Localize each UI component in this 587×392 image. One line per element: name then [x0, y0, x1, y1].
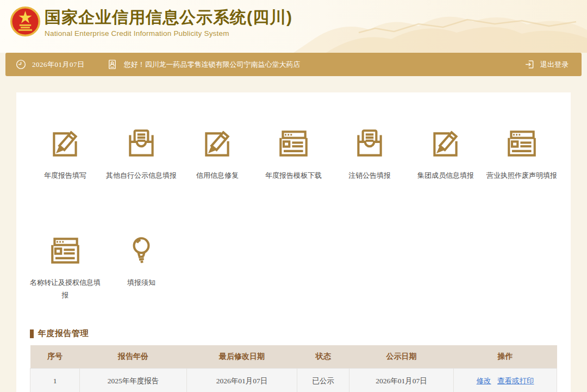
menu-label: 年度报告填写 [44, 170, 86, 182]
logout-button[interactable]: 退出登录 [524, 59, 582, 70]
menu-row-1: 年度报告填写 其他自行公示信息填报 信用信息修复 年度报告模板下载 注销公告填报… [16, 126, 571, 182]
menu-label: 集团成员信息填报 [417, 170, 474, 182]
inbox-icon [123, 126, 159, 162]
cell-modified-date: 2026年01月07日 [186, 369, 297, 392]
menu-item-filing-instructions[interactable]: 填报须知 [103, 233, 179, 289]
menu-label: 其他自行公示信息填报 [106, 170, 177, 182]
menu-item-annual-report-fill[interactable]: 年度报告填写 [27, 126, 103, 182]
col-header-status: 状态 [297, 345, 349, 369]
modify-link[interactable]: 修改 [477, 377, 491, 385]
col-header-published: 公示日期 [349, 345, 454, 369]
menu-row-2: 名称转让及授权信息填报 填报须知 [16, 233, 571, 302]
browser-icon [504, 126, 540, 162]
edit-icon [428, 126, 464, 162]
menu-item-deregistration-announcement[interactable]: 注销公告填报 [332, 126, 408, 182]
cell-report-year: 2025年年度报告 [80, 369, 187, 392]
cell-published-date: 2026年01月07日 [349, 369, 454, 392]
menu-item-credit-repair[interactable]: 信用信息修复 [179, 126, 255, 182]
clock-icon [15, 59, 27, 70]
menu-label: 填报须知 [127, 277, 155, 289]
menu-item-report-template-download[interactable]: 年度报告模板下载 [255, 126, 332, 182]
page: { "header": { "title": "国家企业信用信息公示系统(四川)… [0, 0, 587, 392]
user-id-icon [107, 59, 118, 70]
menu-label: 信用信息修复 [196, 170, 239, 182]
menu-item-other-publicity-info[interactable]: 其他自行公示信息填报 [103, 126, 179, 182]
great-wall-watermark [294, 0, 587, 53]
main-panel: 年度报告填写 其他自行公示信息填报 信用信息修复 年度报告模板下载 注销公告填报… [16, 92, 571, 392]
logout-icon [524, 59, 535, 70]
menu-item-group-member-info[interactable]: 集团成员信息填报 [408, 126, 484, 182]
browser-icon [47, 233, 83, 269]
user-greeting: 您好！四川龙一药品零售连锁有限公司宁南益心堂大药店 [124, 60, 301, 70]
site-header: 国家企业信用信息公示系统(四川) National Enterprise Cre… [0, 0, 587, 53]
menu-item-license-void-declaration[interactable]: 营业执照作废声明填报 [484, 126, 560, 182]
view-or-print-link[interactable]: 查看或打印 [497, 377, 534, 385]
bulb-icon [123, 233, 159, 269]
menu-label: 注销公告填报 [348, 170, 391, 182]
annual-report-section: 年度报告管理 序号 报告年份 最后修改日期 状态 公示日期 操作 1 [16, 328, 571, 392]
site-title: 国家企业信用信息公示系统(四川) [45, 8, 292, 27]
section-title: 年度报告管理 [38, 328, 89, 339]
inbox-icon [352, 126, 388, 162]
section-bar-icon [30, 329, 34, 338]
col-header-seq: 序号 [30, 345, 80, 369]
cell-operations: 修改 查看或打印 [454, 369, 557, 392]
annual-report-table: 序号 报告年份 最后修改日期 状态 公示日期 操作 1 2025年年度报告 20… [30, 345, 557, 392]
user-status-bar: 2026年01月07日 您好！四川龙一药品零售连锁有限公司宁南益心堂大药店 退出… [5, 53, 582, 76]
cell-status: 已公示 [297, 369, 349, 392]
menu-label: 营业执照作废声明填报 [486, 170, 557, 182]
menu-label: 年度报告模板下载 [265, 170, 322, 182]
site-subtitle: National Enterprise Credit Information P… [45, 29, 292, 38]
national-emblem-logo [10, 6, 41, 37]
table-row: 1 2025年年度报告 2026年01月07日 已公示 2026年01月07日 … [30, 369, 557, 392]
col-header-modified: 最后修改日期 [186, 345, 297, 369]
edit-icon [47, 126, 83, 162]
table-header-row: 序号 报告年份 最后修改日期 状态 公示日期 操作 [30, 345, 557, 369]
col-header-year: 报告年份 [80, 345, 187, 369]
col-header-operations: 操作 [454, 345, 557, 369]
menu-item-name-transfer-authorization[interactable]: 名称转让及授权信息填报 [27, 233, 103, 302]
cell-seq: 1 [30, 369, 80, 392]
logout-label: 退出登录 [540, 60, 569, 70]
menu-label: 名称转让及授权信息填报 [27, 277, 103, 302]
browser-icon [276, 126, 311, 162]
edit-icon [199, 126, 235, 162]
current-date: 2026年01月07日 [32, 60, 85, 70]
